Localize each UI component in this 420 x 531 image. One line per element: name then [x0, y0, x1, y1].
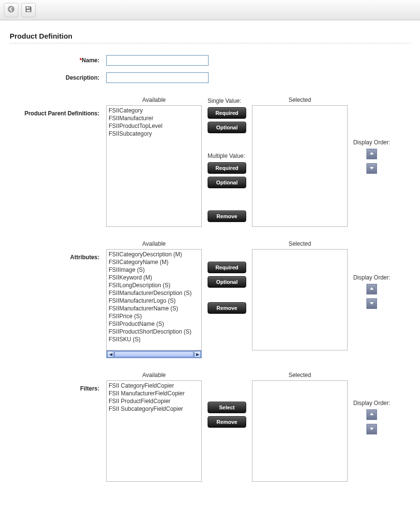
list-item[interactable]: FSII ManufacturerFieldCopier [108, 390, 200, 397]
parents-remove-button[interactable]: Remove [208, 210, 246, 222]
svg-rect-3 [27, 10, 30, 12]
parents-display-order-label: Display Order: [353, 139, 391, 146]
parents-available-header: Available [106, 97, 202, 103]
list-item[interactable]: FSIIPrice (S) [108, 312, 200, 320]
list-item[interactable]: FSIIKeyword (M) [108, 274, 200, 281]
scroll-right-icon[interactable]: ▶ [194, 351, 201, 358]
list-item[interactable]: FSII CategoryFieldCopier [108, 382, 200, 390]
attributes-optional-button[interactable]: Optional [208, 276, 246, 288]
filters-selected-list[interactable] [252, 380, 348, 482]
arrow-down-icon [369, 165, 374, 172]
page-title: Product Definition [10, 32, 410, 40]
svg-point-0 [8, 6, 14, 13]
list-item[interactable]: FSIICategoryName (M) [108, 258, 200, 266]
save-button[interactable] [21, 3, 36, 17]
filters-available-list[interactable]: FSII CategoryFieldCopierFSII Manufacture… [106, 380, 202, 482]
filters-picker: Filters: Available FSII CategoryFieldCop… [10, 372, 410, 482]
attributes-available-hscroll[interactable]: ◀ ▶ [106, 350, 202, 358]
parents-multi-required-button[interactable]: Required [208, 162, 246, 174]
parents-multi-optional-button[interactable]: Optional [208, 177, 246, 188]
svg-rect-2 [28, 7, 29, 9]
scroll-thumb[interactable] [114, 351, 194, 357]
list-item[interactable]: FSIILongDescription (S) [108, 281, 200, 289]
parents-selected-list[interactable] [252, 105, 348, 227]
parents-single-required-button[interactable]: Required [208, 107, 246, 119]
list-item[interactable]: FSIIProductName (S) [108, 320, 200, 328]
filters-available-header: Available [106, 372, 202, 378]
attributes-required-button[interactable]: Required [208, 262, 246, 273]
list-item[interactable]: FSII ProductFieldCopier [108, 397, 200, 405]
list-item[interactable]: FSIICategoryDescription (M) [108, 251, 200, 258]
svg-rect-1 [27, 7, 30, 9]
attributes-remove-button[interactable]: Remove [208, 302, 246, 314]
attributes-order-down-button[interactable] [366, 298, 377, 309]
top-toolbar [0, 0, 420, 20]
attributes-label: Attributes: [10, 240, 106, 358]
parents-selected-header: Selected [252, 97, 348, 103]
scroll-left-icon[interactable]: ◀ [107, 351, 114, 358]
list-item[interactable]: FSIICategory [108, 107, 200, 114]
single-value-label: Single Value: [208, 98, 246, 104]
attributes-order-up-button[interactable] [366, 284, 377, 294]
filters-order-down-button[interactable] [366, 424, 377, 434]
list-item[interactable]: FSIIManufacturerLogo (S) [108, 297, 200, 305]
multiple-value-label: Multiple Value: [208, 153, 246, 159]
list-item[interactable]: FSIIManufacturerDescription (S) [108, 289, 200, 297]
arrow-up-icon [369, 286, 374, 293]
description-input[interactable] [106, 72, 209, 83]
back-button[interactable] [4, 3, 18, 17]
name-input[interactable] [106, 55, 209, 66]
parents-single-optional-button[interactable]: Optional [208, 122, 246, 133]
attributes-display-order-label: Display Order: [353, 274, 391, 281]
arrow-down-icon [369, 300, 374, 307]
title-divider [10, 43, 410, 43]
description-label: Description: [10, 74, 106, 81]
attributes-selected-list[interactable] [252, 249, 348, 350]
list-item[interactable]: FSIIManufacturer [108, 114, 200, 122]
filters-label: Filters: [10, 372, 106, 482]
attributes-selected-header: Selected [252, 240, 348, 247]
list-item[interactable]: FSIISKU (S) [108, 335, 200, 343]
list-item[interactable]: FSIIManufacturerName (S) [108, 305, 200, 312]
filters-display-order-label: Display Order: [353, 400, 391, 406]
back-arrow-icon [7, 5, 15, 14]
arrow-up-icon [369, 411, 374, 418]
filters-select-button[interactable]: Select [208, 402, 246, 413]
filters-selected-header: Selected [252, 372, 348, 378]
list-item[interactable]: FSIIImage (S) [108, 266, 200, 274]
save-floppy-icon [25, 5, 32, 14]
list-item[interactable]: FSII SubcategoryFieldCopier [108, 405, 200, 413]
attributes-available-list[interactable]: FSIICategoryDescription (M)FSIICategoryN… [106, 249, 202, 350]
parents-order-up-button[interactable] [366, 149, 377, 159]
filters-order-up-button[interactable] [366, 409, 377, 420]
attributes-picker: Attributes: Available FSIICategoryDescri… [10, 240, 410, 358]
arrow-down-icon [369, 426, 374, 433]
parents-picker: Product Parent Definitions: Available FS… [10, 97, 410, 227]
list-item[interactable]: FSIIProductTopLevel [108, 122, 200, 130]
parents-label: Product Parent Definitions: [10, 97, 106, 227]
filters-remove-button[interactable]: Remove [208, 416, 246, 428]
arrow-up-icon [369, 151, 374, 157]
parents-order-down-button[interactable] [366, 163, 377, 174]
parents-available-list[interactable]: FSIICategoryFSIIManufacturerFSIIProductT… [106, 105, 202, 227]
name-label: *Name: [10, 57, 106, 64]
list-item[interactable]: FSIISubcategory [108, 130, 200, 138]
list-item[interactable]: FSIIProductShortDescription (S) [108, 328, 200, 335]
attributes-available-header: Available [106, 240, 202, 247]
